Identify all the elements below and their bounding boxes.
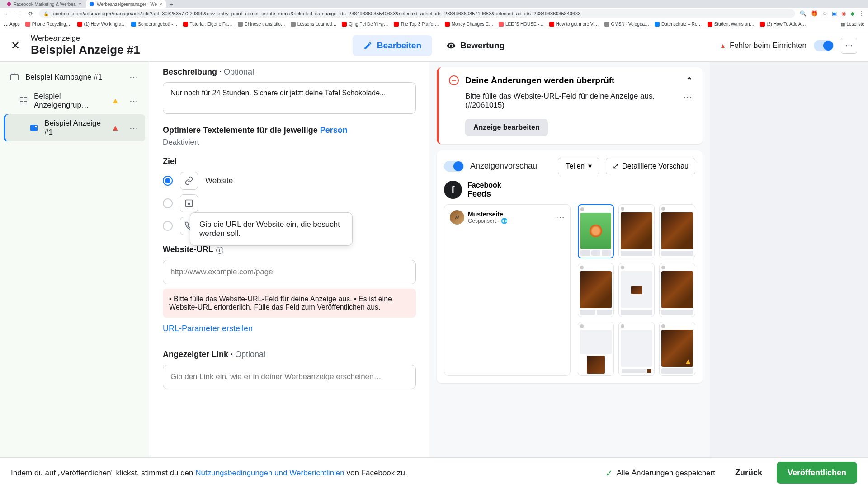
bookmark-item[interactable]: Phone Recycling,…	[25, 22, 72, 27]
placement-thumb[interactable]	[618, 263, 655, 317]
bookmark-item[interactable]: (2) How To Add A…	[760, 22, 806, 27]
info-icon[interactable]: i	[216, 247, 223, 254]
placement-thumb[interactable]: ▲	[659, 322, 695, 376]
tree-campaign[interactable]: Beispiel Kampagne #1 ⋯	[4, 67, 145, 87]
bookmark-item[interactable]: Datenschutz – Re…	[655, 22, 702, 27]
bookmark-item[interactable]: Tutorial: Eigene Fa…	[183, 22, 232, 27]
gift-icon[interactable]: 🎁	[811, 10, 818, 17]
placement-thumb[interactable]	[618, 204, 655, 258]
placement-thumb[interactable]	[578, 322, 614, 376]
extension-icon[interactable]: ◉	[841, 10, 846, 17]
display-link-input[interactable]	[163, 365, 416, 389]
bookmark-favicon	[445, 22, 450, 27]
optimize-person-link[interactable]: Person	[320, 126, 348, 135]
radio-input[interactable]	[163, 198, 173, 208]
website-url-input[interactable]	[163, 260, 416, 284]
bookmark-favicon	[238, 22, 243, 27]
review-item-menu[interactable]: ⋯	[683, 92, 693, 103]
extension-icon[interactable]: ▣	[832, 10, 837, 17]
app-header: ✕ Werbeanzeige Beispiel Anzeige #1 Bearb…	[0, 29, 868, 62]
browser-tab[interactable]: Facebook Marketing & Werbea×	[4, 0, 85, 8]
reload-icon[interactable]: ⟳	[27, 10, 34, 17]
bookmark-favicon	[655, 22, 660, 27]
radio-website-label: Website	[205, 176, 233, 185]
ad-form: Beschreibung · Optional Optimiere Textel…	[149, 62, 429, 457]
review-card: – Deine Änderungen werden überprüft ⌃ Bi…	[437, 67, 703, 144]
bookmark-item[interactable]: LEE 'S HOUSE -…	[499, 22, 544, 27]
forward-icon[interactable]: →	[15, 10, 23, 17]
terms-link[interactable]: Nutzungsbedingungen und Werberichtlinien	[195, 469, 344, 477]
bookmark-favicon	[394, 22, 399, 27]
address-row: ← → ⟳ 🔒facebook.com/adsmanager/manage/ad…	[0, 8, 868, 19]
bookmark-item[interactable]: Chinese translatio…	[238, 22, 285, 27]
bookmark-item[interactable]: GMSN · Vologda…	[604, 22, 649, 27]
row-menu-icon[interactable]: ⋯	[129, 95, 139, 106]
more-menu-button[interactable]: ⋯	[841, 38, 857, 54]
bookmark-item[interactable]: The Top 3 Platfor…	[394, 22, 439, 27]
row-menu-icon[interactable]: ⋯	[129, 72, 139, 83]
bookmark-item[interactable]: Student Wants an…	[708, 22, 755, 27]
tree-adset[interactable]: Beispiel Anzeigengrup… ▲ ⋯	[4, 87, 145, 114]
placement-thumbnails: ▲	[578, 204, 695, 376]
browser-tab-active[interactable]: Werbeanzeigenmanager - We×	[86, 0, 166, 8]
chevron-down-icon: ▾	[588, 162, 592, 170]
error-triangle-icon: ▲	[720, 42, 726, 49]
radio-input[interactable]	[163, 176, 173, 186]
url-params-link[interactable]: URL-Parameter erstellen	[163, 324, 253, 333]
tree-campaign-label: Beispiel Kampagne #1	[25, 73, 102, 82]
apps-button[interactable]: ⚏Apps	[4, 22, 20, 27]
share-button[interactable]: Teilen▾	[558, 158, 599, 174]
bookmark-item[interactable]: Sonderangebot! -…	[131, 22, 177, 27]
placement-thumb[interactable]	[659, 263, 695, 317]
publish-button[interactable]: Veröffentlichen	[777, 462, 857, 484]
ad-toggle[interactable]	[814, 40, 834, 51]
radio-event[interactable]	[163, 194, 416, 212]
close-button[interactable]: ✕	[11, 39, 20, 52]
tree-ad-label: Beispiel Anzeige #1	[44, 119, 105, 137]
ad-icon	[30, 123, 38, 132]
description-textarea[interactable]	[163, 82, 416, 114]
back-button[interactable]: Zurück	[726, 463, 771, 483]
bookmark-item[interactable]: Money Changes E…	[445, 22, 493, 27]
bookmark-favicon	[549, 22, 554, 27]
bookmark-item[interactable]: Lessons Learned…	[291, 22, 337, 27]
new-tab-button[interactable]: +	[167, 0, 175, 8]
bookmark-favicon	[183, 22, 188, 27]
bookmark-item[interactable]: Qing Fei De Yi 情…	[342, 21, 388, 28]
chevron-up-icon[interactable]: ⌃	[686, 75, 693, 85]
tab-favicon	[7, 2, 11, 6]
eye-icon	[447, 41, 456, 50]
placement-thumb[interactable]	[578, 204, 614, 258]
post-menu-icon[interactable]: ⋯	[556, 212, 565, 223]
placement-thumb[interactable]	[578, 263, 614, 317]
grid-icon	[20, 96, 28, 105]
row-menu-icon[interactable]: ⋯	[129, 122, 139, 133]
reading-list[interactable]: ▦ Leseliste	[841, 22, 864, 27]
placement-thumb[interactable]	[659, 204, 695, 258]
placement-name: Feeds	[467, 189, 501, 199]
menu-icon[interactable]: ⋮	[859, 10, 864, 17]
placement-thumb[interactable]	[618, 322, 655, 376]
tab-review[interactable]: Bewertung	[436, 35, 515, 56]
bookmark-favicon	[604, 22, 609, 27]
tab-close-icon[interactable]: ×	[160, 1, 162, 7]
bookmark-item[interactable]: How to get more Vi…	[549, 22, 599, 27]
detailed-preview-button[interactable]: ⤢Detaillierte Vorschau	[606, 158, 695, 174]
preview-title: Anzeigenvorschau	[470, 161, 552, 171]
radio-website[interactable]: Website	[163, 172, 416, 190]
tab-close-icon[interactable]: ×	[79, 1, 81, 7]
edit-ad-button[interactable]: Anzeige bearbeiten	[465, 119, 548, 136]
preview-toggle[interactable]	[444, 161, 464, 172]
radio-input[interactable]	[163, 221, 173, 231]
star-icon[interactable]: ☆	[822, 10, 827, 17]
campaign-tree: Beispiel Kampagne #1 ⋯ Beispiel Anzeigen…	[0, 62, 149, 457]
zoom-icon[interactable]: 🔍	[800, 10, 807, 17]
sponsored-label: Gesponsert	[468, 218, 496, 224]
globe-icon: 🌐	[501, 218, 508, 224]
address-bar[interactable]: 🔒facebook.com/adsmanager/manage/ads/edit…	[39, 9, 795, 18]
bookmark-item[interactable]: (1) How Working a…	[77, 22, 126, 27]
tree-ad[interactable]: Beispiel Anzeige #1 ▲ ⋯	[4, 114, 145, 141]
back-icon[interactable]: ←	[4, 10, 11, 17]
extension-icon[interactable]: ◆	[850, 10, 854, 17]
tab-edit[interactable]: Bearbeiten	[353, 35, 432, 56]
